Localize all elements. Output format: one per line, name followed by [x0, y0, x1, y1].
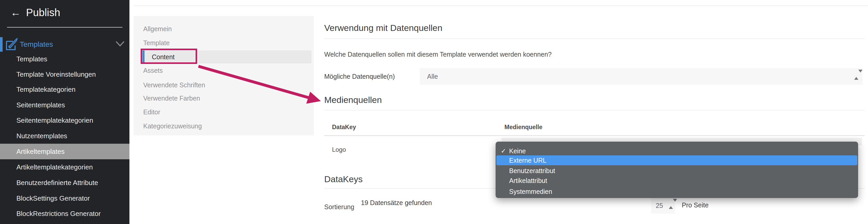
section-title-datakeys: DataKeys [324, 174, 363, 184]
sidebar-item-seitentemplates[interactable]: Seitentemplates [0, 97, 129, 113]
sidebar-item-artikeltemplatekategorien[interactable]: Artikeltemplatekategorien [0, 159, 129, 175]
divider [324, 110, 865, 110]
menu-option-artikelattribut[interactable]: Artikelattribut [496, 176, 858, 186]
chevron-down-icon[interactable] [116, 41, 124, 47]
moegliche-datenquelle-label: Mögliche Datenquelle(n) [324, 73, 395, 80]
subnav-item-editor[interactable]: Editor [133, 106, 314, 118]
per-page-label: Pro Seite [682, 201, 709, 209]
sidebar-item-templatekategorien[interactable]: Templatekategorien [0, 82, 129, 97]
subnav-item-verwendete-schriften[interactable]: Verwendete Schriften [133, 78, 314, 91]
checkmark-icon: ✓ [501, 146, 506, 156]
sidebar-item-blockrestrictions-generator[interactable]: BlockRestrictions Generator [0, 206, 129, 221]
active-section-indicator [0, 37, 3, 52]
app-title: Publish [26, 7, 60, 18]
sidebar-item-benutzerdefinierte-attribute[interactable]: Benutzerdefinierte Attribute [0, 175, 129, 190]
sidebar-item-blocksettings-generator[interactable]: BlockSettings Generator [0, 190, 129, 206]
divider [324, 38, 865, 39]
results-count: 19 Datensätze gefunden [361, 199, 432, 207]
sidebar-item-seitentemplatekategorien[interactable]: Seitentemplatekategorien [0, 113, 129, 128]
menu-option-keine[interactable]: ✓ Keine [496, 146, 858, 156]
sidebar-item-artikeltemplates-active[interactable]: Artikeltemplates [0, 144, 129, 159]
subnav-item-verwendete-farben[interactable]: Verwendete Farben [133, 92, 314, 105]
sidebar-divider [7, 27, 122, 28]
subnav-item-kategoriezuweisung[interactable]: Kategoriezuweisung [133, 119, 314, 133]
section-title-medienquellen: Medienquellen [324, 95, 382, 105]
subnav-item-template[interactable]: Template [133, 36, 314, 49]
sortierung-label: Sortierung [324, 203, 354, 211]
subnav-item-allgemein[interactable]: Allgemein [133, 22, 314, 35]
sidebar-item-nutzentemplates[interactable]: Nutzentemplates [0, 128, 129, 144]
datenquelle-select-value: Alle [427, 68, 438, 85]
medienquelle-dropdown-menu: ✓ Keine Externe URL Benutzerattribut Art… [496, 142, 858, 198]
section-title-datenquellen: Verwendung mit Datenquellen [324, 23, 442, 33]
sidebar-section-templates[interactable]: Templates [20, 37, 53, 52]
annotation-highlight-box [141, 48, 197, 64]
column-header-datakey: DataKey [332, 124, 356, 131]
table-header-divider [324, 136, 865, 136]
edit-templates-icon [5, 38, 18, 51]
select-stepper-icon [854, 73, 858, 77]
sidebar-item-template-voreinstellungen[interactable]: Template Voreinstellungen [0, 67, 129, 82]
select-stepper-icon [669, 202, 673, 206]
menu-option-externe-url-highlighted[interactable]: Externe URL [496, 155, 857, 165]
menu-option-benutzerattribut[interactable]: Benutzerattribut [496, 166, 858, 176]
template-subnav: Allgemein Template Content Assets Verwen… [133, 16, 314, 136]
table-cell-datakey-logo: Logo [332, 146, 346, 153]
column-header-medienquelle: Medienquelle [504, 124, 542, 131]
datenquelle-select[interactable]: Alle [420, 68, 863, 85]
back-arrow-icon[interactable]: ← [10, 7, 21, 18]
sidebar-header[interactable]: ← Publish [10, 5, 60, 20]
subnav-item-assets[interactable]: Assets [133, 64, 314, 77]
page-size-value: 25 [656, 197, 663, 214]
page-size-select[interactable]: 25 [651, 197, 675, 214]
menu-option-systemmedien[interactable]: Systemmedien [496, 187, 858, 196]
datenquellen-question: Welche Datenquellen sollen mit diesem Te… [324, 51, 552, 58]
sidebar-item-templates[interactable]: Templates [0, 51, 129, 67]
sidebar: ← Publish Templates Templates Template V… [0, 0, 129, 224]
content-top-border [133, 5, 868, 6]
